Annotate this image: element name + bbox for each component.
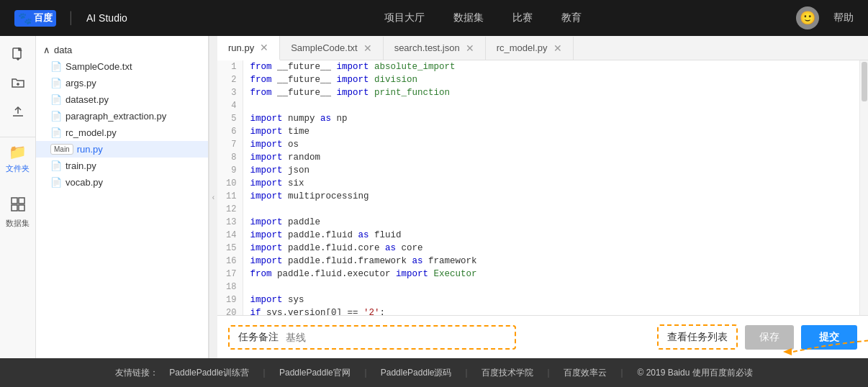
baidu-text: 百度 [34, 12, 53, 24]
baidu-logo: 🐾 百度 [14, 10, 56, 27]
svg-rect-9 [12, 198, 17, 204]
file-rc-model[interactable]: 📄 rc_model.py [36, 124, 208, 141]
scrollbar-thumb[interactable] [862, 62, 867, 101]
task-input-container: 任务备注 [228, 325, 516, 350]
tab-close-run[interactable]: ✕ [260, 42, 268, 53]
logo-area: 🐾 百度 │ AI Studio [14, 10, 127, 27]
footer-baidu-academy[interactable]: 百度技术学院 [482, 367, 533, 379]
file-name: run.py [77, 144, 103, 155]
files-label: 文件夹 [6, 163, 30, 174]
file-tree-header: ∧ data [36, 42, 208, 58]
file-icon: 📄 [50, 111, 62, 122]
file-name: dataset.py [65, 94, 109, 105]
file-name: rc_model.py [65, 127, 117, 138]
logo-divider: │ [68, 12, 75, 24]
svg-rect-10 [19, 198, 24, 204]
right-buttons: 查看任务列表 保存 提交 [657, 324, 857, 350]
collapse-arrow[interactable]: ‹ [209, 36, 217, 358]
view-tasks-wrapper: 查看任务列表 [657, 324, 738, 350]
tab-close-sample[interactable]: ✕ [363, 42, 372, 54]
tab-label: run.py [228, 42, 254, 53]
footer-prefix: 友情链接： [115, 367, 158, 379]
task-notes-label: 任务备注 [238, 331, 279, 344]
tab-search-json[interactable]: search.test.json ✕ [384, 37, 486, 60]
table-row: 18 [217, 281, 868, 293]
tab-label: search.test.json [394, 42, 460, 53]
paw-icon: 🐾 [18, 12, 32, 25]
file-name: train.py [65, 160, 96, 171]
footer-paddlepaddle-training[interactable]: PaddlePaddle训练营 [169, 367, 249, 379]
tab-rc-model[interactable]: rc_model.py ✕ [486, 37, 574, 60]
upload-btn[interactable] [7, 101, 29, 122]
table-row: 7 import os [217, 138, 868, 151]
tab-run-py[interactable]: run.py ✕ [217, 36, 280, 60]
scrollbar-track[interactable] [859, 60, 868, 315]
tab-close-rc[interactable]: ✕ [553, 42, 562, 54]
tab-label: rc_model.py [497, 42, 548, 53]
table-row: 13 import paddle [217, 216, 868, 229]
file-name: paragraph_extraction.py [65, 111, 166, 122]
tab-samplecode[interactable]: SampleCode.txt ✕ [280, 37, 384, 60]
help-link[interactable]: 帮助 [833, 12, 854, 24]
file-paragraph[interactable]: 📄 paragraph_extraction.py [36, 108, 208, 124]
nav-competitions[interactable]: 比赛 [512, 12, 533, 24]
file-dataset[interactable]: 📄 dataset.py [36, 91, 208, 108]
editor-area: run.py ✕ SampleCode.txt ✕ search.test.js… [217, 36, 868, 358]
nav-links: 项目大厅 数据集 比赛 教育 [171, 12, 796, 24]
file-name: SampleCode.txt [65, 61, 132, 72]
table-row: 17 from paddle.fluid.executor import Exe… [217, 268, 868, 281]
bottom-bar: 任务备注 查看任务列表 保存 提交 [217, 315, 868, 358]
sidebar-datasets[interactable]: 数据集 [6, 197, 30, 229]
file-args[interactable]: 📄 args.py [36, 75, 208, 91]
file-icon: 📄 [50, 78, 62, 88]
file-icon: 📄 [50, 61, 62, 72]
file-train[interactable]: 📄 train.py [36, 158, 208, 174]
ai-studio-text: AI Studio [86, 12, 127, 24]
baseline-input[interactable] [286, 332, 506, 343]
code-container[interactable]: 1 from __future__ import absolute_import… [217, 60, 868, 315]
save-button[interactable]: 保存 [745, 325, 794, 350]
file-SampleCode[interactable]: 📄 SampleCode.txt [36, 58, 208, 75]
tab-label: SampleCode.txt [291, 42, 358, 53]
footer-paddlepaddle-source[interactable]: PaddlePaddle源码 [381, 367, 452, 379]
file-icon: 📄 [50, 160, 62, 171]
footer-copyright: © 2019 Baidu 使用百度前必读 [637, 367, 752, 379]
table-row: 3 from __future__ import print_function [217, 86, 868, 99]
nav-education[interactable]: 教育 [561, 12, 582, 24]
footer-baidu-efficiency[interactable]: 百度效率云 [564, 367, 607, 379]
submit-button[interactable]: 提交 [801, 325, 857, 350]
svg-rect-11 [12, 205, 17, 211]
table-row: 11 import multiprocessing [217, 190, 868, 203]
table-row: 16 import paddle.fluid.framework as fram… [217, 255, 868, 268]
nav-datasets[interactable]: 数据集 [453, 12, 484, 24]
file-run[interactable]: Main run.py [36, 141, 208, 158]
file-name: args.py [65, 78, 96, 88]
file-vocab[interactable]: 📄 vocab.py [36, 174, 208, 191]
table-row: 4 [217, 99, 868, 112]
file-icon: 📄 [50, 127, 62, 138]
file-icon: 📄 [50, 177, 62, 188]
svg-rect-12 [19, 205, 24, 211]
footer: 友情链接： PaddlePaddle训练营 ｜ PaddlePaddle官网 ｜… [0, 358, 868, 387]
view-tasks-button[interactable]: 查看任务列表 [667, 331, 728, 344]
table-row: 8 import random [217, 151, 868, 164]
table-row: 6 import time [217, 125, 868, 138]
sidebar-files[interactable]: 📁 文件夹 [6, 143, 30, 174]
footer-paddlepaddle-official[interactable]: PaddlePaddle官网 [279, 367, 351, 379]
root-folder[interactable]: data [54, 45, 72, 55]
file-name: vocab.py [65, 177, 103, 188]
table-row: 14 import paddle.fluid as fluid [217, 229, 868, 242]
table-row: 1 from __future__ import absolute_import [217, 60, 868, 73]
nav-right: 🙂 帮助 [796, 6, 854, 29]
nav-projects[interactable]: 项目大厅 [384, 12, 425, 24]
new-folder-btn[interactable] [7, 72, 29, 94]
tab-close-search[interactable]: ✕ [466, 42, 474, 54]
table-row: 2 from __future__ import division [217, 73, 868, 86]
code-table: 1 from __future__ import absolute_import… [217, 60, 868, 315]
avatar[interactable]: 🙂 [796, 6, 819, 29]
file-icon: 📄 [50, 94, 62, 105]
table-row: 12 [217, 203, 868, 216]
datasets-label: 数据集 [6, 218, 30, 229]
table-row: 10 import six [217, 177, 868, 190]
new-file-btn[interactable] [7, 43, 29, 65]
